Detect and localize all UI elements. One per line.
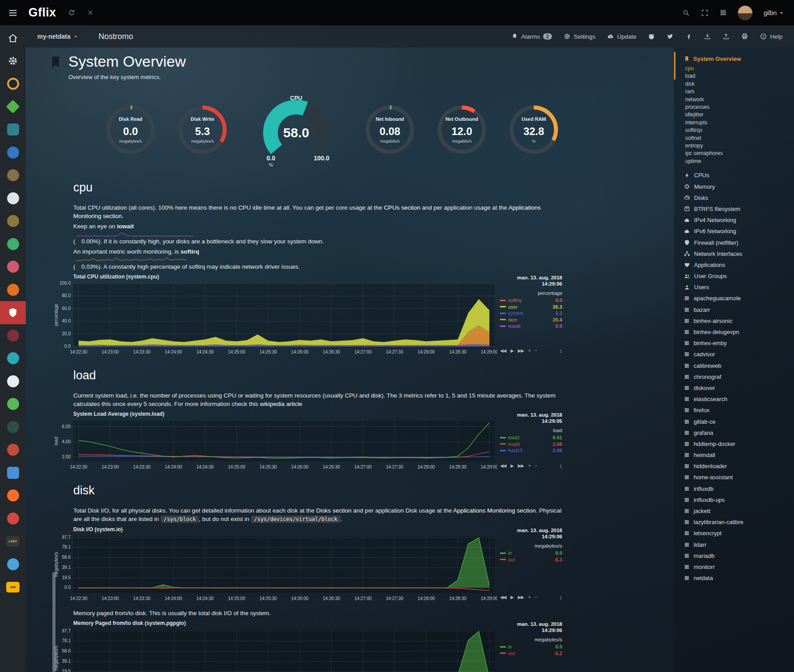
nav-app-jackett[interactable]: jackett (684, 505, 790, 517)
nav-item-interrupts[interactable]: interrupts (684, 119, 790, 127)
sidebar-app-app-11[interactable] (0, 324, 26, 347)
inline-link[interactable]: CPUs section (384, 204, 420, 211)
nav-section-disks[interactable]: Disks (684, 192, 790, 203)
close-icon[interactable] (87, 9, 94, 16)
nav-app-apacheguacamole[interactable]: apacheguacamole (684, 293, 790, 304)
nav-section-applications[interactable]: Applications (684, 259, 790, 270)
print-menu-item[interactable] (741, 33, 748, 40)
pan-backward-button[interactable]: ◀◀ (500, 348, 506, 353)
chart-plot-cpu[interactable]: 100.080.060.040.020.00.014:22:3014:23:00… (53, 281, 497, 355)
softirq-sparkline[interactable] (76, 256, 187, 262)
gauge-disk-read[interactable]: Disk Read0.0megabytes/s (101, 101, 160, 160)
nav-item-load[interactable]: load (684, 72, 790, 80)
nav-item-disk[interactable]: disk (684, 80, 790, 88)
nav-section-ipv6-networking[interactable]: IPv6 Networking (684, 226, 790, 237)
pan-forward-button[interactable]: ▶▶ (518, 463, 524, 468)
gauge-used-ram[interactable]: Used RAM32.8% (504, 101, 563, 160)
sidebar-app-app-10[interactable] (0, 278, 26, 302)
nav-item-softnet[interactable]: softnet (684, 135, 790, 142)
nav-app-hddtemp-docker[interactable]: hddtemp-docker (684, 438, 790, 449)
sidebar-app-settings[interactable] (0, 50, 26, 73)
resize-handle[interactable]: ↕ (560, 594, 563, 600)
nav-section-users[interactable]: Users (684, 282, 790, 293)
play-button[interactable]: ▶ (510, 463, 513, 468)
twitter-menu-item[interactable] (667, 33, 674, 40)
zoom-out-button[interactable]: − (535, 595, 537, 600)
legend-item-load1[interactable]: load16.51 (500, 434, 562, 441)
facebook-menu-item[interactable] (685, 33, 692, 40)
chart-plot-pgpgio[interactable]: 97.778.158.639.119.50.014:22:3014:23:001… (53, 627, 497, 672)
legend-item-load5[interactable]: load52.68 (500, 441, 562, 448)
refresh-icon[interactable] (68, 9, 75, 16)
nav-app-chronograf[interactable]: chronograf (684, 371, 790, 382)
sidebar-app-app-22[interactable]: sab (0, 576, 26, 599)
alarms-menu-item[interactable]: Alarms2 (511, 33, 552, 40)
nav-app-binhex-airsonic[interactable]: binhex-airsonic (684, 315, 790, 326)
nav-app-influxdb[interactable]: influxdb (684, 483, 790, 494)
iowait-sparkline[interactable] (76, 231, 194, 237)
nav-app-lidarr[interactable]: lidarr (684, 539, 790, 550)
pan-forward-button[interactable]: ▶▶ (518, 348, 524, 353)
sidebar-app-home[interactable] (0, 27, 26, 50)
zoom-out-button[interactable]: − (535, 348, 537, 353)
legend-item-nice[interactable]: nice20.4 (500, 317, 562, 323)
nav-section-firewall-netfilter-[interactable]: Firewall (netfilter) (684, 237, 790, 248)
sidebar-app-app-5[interactable] (0, 164, 26, 187)
nav-app-firefox[interactable]: firefox (684, 405, 790, 416)
server-dropdown[interactable]: my-netdata (37, 33, 78, 40)
nav-app-home-assistant[interactable]: home-assistant (684, 472, 790, 483)
legend-item-softirq[interactable]: softirq0.0 (500, 297, 562, 304)
fullscreen-icon[interactable] (701, 9, 709, 17)
scrollbar-thumb[interactable] (52, 572, 56, 672)
nav-app-lazylibrarian-calibre[interactable]: lazylibrarian-calibre (684, 517, 790, 528)
sidebar-app-app-active[interactable] (0, 301, 26, 324)
nav-item-softirqs[interactable]: softirqs (684, 127, 790, 134)
nav-app-cadvisor[interactable]: cadvisor (684, 349, 790, 360)
nav-system-overview[interactable]: System Overview (684, 54, 790, 64)
nav-item-ipc-semaphores[interactable]: ipc semaphores (684, 150, 790, 157)
nav-app-netdata[interactable]: netdata (684, 573, 790, 584)
nav-section-btrfs-filesystem[interactable]: BTRFS filesystem (684, 203, 790, 215)
settings-menu-item[interactable]: Settings (564, 33, 596, 40)
github-menu-item[interactable] (648, 33, 655, 40)
nav-app-hiddenloader[interactable]: hiddenloader (684, 461, 790, 472)
legend-item-load15[interactable]: load152.06 (500, 447, 562, 454)
gauge-disk-write[interactable]: Disk Write5.3megabytes/s (173, 101, 232, 160)
legend-item-iowait[interactable]: iowait0.0 (500, 323, 562, 330)
sidebar-app-app-20[interactable]: LAZY (0, 530, 26, 553)
nav-section-network-interfaces[interactable]: Network Interfaces (684, 248, 790, 259)
update-menu-item[interactable]: Update (607, 33, 637, 40)
sidebar-app-app-9[interactable] (0, 255, 26, 278)
nav-app-binhex-delugevpn[interactable]: binhex-delugevpn (684, 326, 790, 338)
nav-app-monitorr[interactable]: monitorr (684, 561, 790, 573)
legend-item-in[interactable]: in0.0 (500, 644, 562, 650)
sidebar-app-app-13[interactable] (0, 370, 26, 393)
resize-handle[interactable]: ↕ (560, 462, 563, 469)
sidebar-app-app-16[interactable] (0, 438, 26, 461)
sidebar-app-app-18[interactable] (0, 484, 26, 507)
inline-link[interactable]: wikipedia article (260, 401, 302, 407)
nav-item-processes[interactable]: processes (684, 103, 790, 111)
gauge-net-outbound[interactable]: Net Outbound12.0megabits/s (433, 101, 491, 160)
upload-menu-item[interactable] (723, 33, 730, 40)
sidebar-app-app-6[interactable] (0, 187, 26, 210)
zoom-out-button[interactable]: − (535, 463, 537, 468)
legend-item-in[interactable]: in0.0 (500, 550, 562, 557)
chart-plot-disk[interactable]: 97.778.158.639.119.50.014:22:3014:23:001… (53, 533, 497, 602)
sidebar-app-app-4[interactable] (0, 141, 26, 164)
nav-section-ipv4-networking[interactable]: IPv4 Networking (684, 215, 790, 226)
sidebar-app-app-1[interactable] (0, 72, 26, 95)
apps-grid-icon[interactable] (719, 9, 727, 16)
pan-backward-button[interactable]: ◀◀ (500, 463, 506, 468)
sidebar-app-app-7[interactable] (0, 210, 26, 233)
zoom-in-button[interactable]: + (528, 595, 530, 600)
legend-item-user[interactable]: user35.3 (500, 304, 562, 310)
nav-item-network[interactable]: network (684, 96, 790, 103)
download-menu-item[interactable] (704, 33, 711, 40)
nav-item-ram[interactable]: ram (684, 88, 790, 95)
nav-section-cpus[interactable]: CPUs (684, 170, 790, 181)
sidebar-app-app-19[interactable] (0, 507, 26, 530)
nav-section-user-groups[interactable]: User Groups (684, 270, 790, 282)
search-icon[interactable] (682, 9, 690, 17)
sidebar-app-app-8[interactable] (0, 233, 26, 256)
